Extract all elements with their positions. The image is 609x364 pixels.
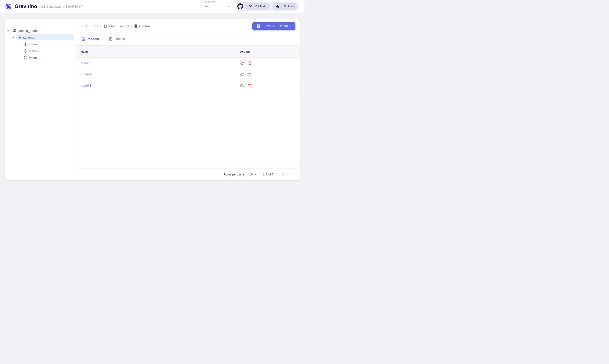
breadcrumb-catalog-label: catalog_model bbox=[108, 24, 129, 28]
tree-item-label: model2 bbox=[29, 49, 39, 53]
model-icon bbox=[24, 49, 27, 53]
tree-item-catalog-model[interactable]: catalog_model bbox=[5, 27, 76, 34]
github-stars-badge[interactable]: 1.2k Stars bbox=[272, 3, 297, 10]
github-widget: 379 Forks 1.2k Stars bbox=[235, 2, 299, 11]
catalog-icon bbox=[103, 24, 107, 28]
tabs: Models Details bbox=[76, 33, 300, 46]
register-model-label: REGISTER MODEL bbox=[262, 25, 291, 28]
breadcrumb-schema: schema bbox=[134, 24, 150, 28]
tree-item-label: model bbox=[29, 42, 38, 46]
tab-details-label: Details bbox=[115, 37, 125, 41]
clipboard-icon bbox=[109, 37, 113, 41]
chevron-down-icon bbox=[227, 6, 229, 7]
tree-item-label: catalog_model bbox=[18, 29, 39, 33]
gravitino-logo-icon bbox=[5, 2, 12, 10]
eye-icon bbox=[240, 61, 245, 65]
plus-box-icon bbox=[257, 24, 260, 28]
app-title: Gravitino bbox=[14, 3, 37, 9]
appbar-right: Metalake m1 379 Forks bbox=[202, 2, 299, 11]
tree-panel: catalog_model schema bbox=[5, 19, 76, 180]
chevron-left-icon bbox=[281, 172, 286, 177]
tab-models-label: Models bbox=[88, 37, 99, 41]
fork-icon bbox=[249, 4, 253, 8]
table-row: model bbox=[76, 58, 300, 69]
eye-icon bbox=[240, 83, 245, 88]
rows-per-page-select[interactable]: 10 bbox=[249, 173, 256, 176]
back-button[interactable] bbox=[84, 24, 90, 29]
content-panel: m1 / catalog_model / bbox=[76, 19, 300, 180]
next-page-button[interactable] bbox=[287, 171, 293, 177]
brand: Gravitino 0.8.0-incubating-SNAPSHOT bbox=[5, 2, 83, 10]
chevron-right-icon bbox=[288, 172, 293, 177]
table-row: model2 bbox=[76, 69, 300, 80]
breadcrumb: m1 / catalog_model / bbox=[93, 24, 150, 28]
model-link[interactable]: model3 bbox=[81, 84, 91, 87]
tree-item-schema[interactable]: schema bbox=[5, 34, 76, 40]
model-icon bbox=[24, 42, 27, 46]
tree-item-label: schema bbox=[23, 36, 34, 39]
metalake-select[interactable]: Metalake m1 bbox=[202, 2, 232, 11]
main-card: catalog_model schema bbox=[5, 19, 300, 180]
chevron-down-icon bbox=[254, 174, 256, 175]
breadcrumb-metalake[interactable]: m1 bbox=[93, 24, 98, 28]
trash-icon bbox=[248, 72, 252, 77]
tree-item-schema-selected[interactable]: schema bbox=[16, 34, 74, 40]
eye-icon bbox=[240, 72, 245, 77]
breadcrumb-row: m1 / catalog_model / bbox=[76, 19, 300, 33]
database-icon bbox=[134, 24, 138, 28]
arrow-left-icon bbox=[85, 24, 90, 28]
metalake-select-label: Metalake bbox=[204, 0, 217, 3]
tree-item-model2[interactable]: model2 bbox=[5, 48, 76, 54]
page: Gravitino 0.8.0-incubating-SNAPSHOT Meta… bbox=[0, 0, 305, 182]
view-button[interactable] bbox=[240, 72, 245, 77]
tree-item-model[interactable]: model bbox=[5, 41, 76, 47]
table-row: model3 bbox=[76, 80, 300, 91]
rows-per-page-label: Rows per page: bbox=[224, 173, 245, 176]
table-pagination: Rows per page: 10 1–3 of 3 bbox=[76, 168, 300, 180]
column-header-name: Name bbox=[76, 50, 240, 53]
caret-down-icon[interactable] bbox=[7, 30, 9, 31]
table-header: Name Actions bbox=[76, 46, 300, 58]
caret-down-icon[interactable] bbox=[13, 37, 14, 38]
tab-details[interactable]: Details bbox=[109, 33, 125, 45]
breadcrumb-separator: / bbox=[100, 24, 101, 28]
database-icon bbox=[18, 36, 22, 39]
github-icon[interactable] bbox=[237, 3, 243, 9]
view-button[interactable] bbox=[240, 83, 245, 88]
register-model-button[interactable]: REGISTER MODEL bbox=[252, 22, 295, 30]
view-button[interactable] bbox=[240, 61, 245, 65]
previous-page-button[interactable] bbox=[280, 171, 286, 177]
delete-button[interactable] bbox=[248, 72, 252, 77]
delete-button[interactable] bbox=[248, 83, 252, 88]
model-icon bbox=[24, 56, 27, 60]
column-header-actions: Actions bbox=[240, 50, 300, 53]
trash-icon bbox=[248, 61, 252, 65]
stars-count: 1.2k Stars bbox=[281, 5, 294, 8]
breadcrumb-separator: / bbox=[131, 24, 132, 28]
delete-button[interactable] bbox=[248, 61, 252, 65]
breadcrumb-catalog[interactable]: catalog_model bbox=[103, 24, 129, 28]
app-version: 0.8.0-incubating-SNAPSHOT bbox=[41, 5, 83, 8]
rows-per-page-value: 10 bbox=[249, 173, 253, 176]
app-header: Gravitino 0.8.0-incubating-SNAPSHOT Meta… bbox=[0, 0, 305, 13]
tree-item-model3[interactable]: model3 bbox=[5, 54, 76, 61]
tab-models[interactable]: Models bbox=[81, 33, 99, 45]
model-catalog-icon bbox=[13, 29, 16, 33]
github-forks-badge[interactable]: 379 Forks bbox=[246, 3, 270, 10]
star-icon bbox=[276, 4, 280, 8]
metalake-select-value: m1 bbox=[205, 4, 227, 8]
main-wrap: catalog_model schema bbox=[0, 13, 305, 182]
model-link[interactable]: model bbox=[81, 61, 90, 65]
tree-item-label: model3 bbox=[29, 56, 39, 60]
trash-icon bbox=[248, 83, 252, 88]
breadcrumb-schema-label: schema bbox=[138, 24, 150, 28]
pagination-range: 1–3 of 3 bbox=[262, 173, 273, 176]
forks-count: 379 Forks bbox=[254, 5, 267, 8]
model-link[interactable]: model2 bbox=[81, 72, 91, 76]
list-box-icon bbox=[81, 37, 86, 41]
